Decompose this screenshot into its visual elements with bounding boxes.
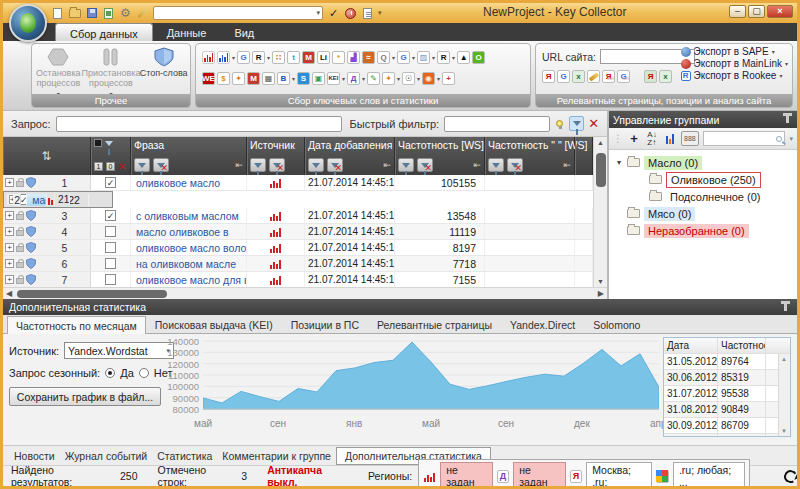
- query-input[interactable]: [56, 116, 342, 132]
- header-checkbox-column[interactable]: 10✕: [91, 137, 131, 175]
- expand-icon[interactable]: +: [5, 227, 14, 236]
- filter-button[interactable]: [398, 158, 414, 172]
- tree-item-4[interactable]: Неразобранное (0): [611, 222, 795, 239]
- mini-table-row[interactable]: 30.06.201285319: [664, 370, 790, 386]
- row-checkbox[interactable]: [105, 274, 116, 285]
- quick-filter-input[interactable]: [444, 116, 550, 132]
- google-suggest-icon[interactable]: G: [397, 51, 410, 64]
- wordstat-bars-icon[interactable]: [202, 51, 215, 64]
- expand-icon[interactable]: +: [5, 178, 14, 187]
- spy-menu-icon[interactable]: ☉: [402, 72, 415, 85]
- header-phrase[interactable]: Фраза ✕ ⇤: [131, 137, 247, 175]
- row-checkbox[interactable]: [105, 242, 116, 253]
- phrase-cell[interactable]: оливковое масло волосы: [131, 240, 247, 255]
- stop-words-button[interactable]: Стоп-слова: [138, 47, 190, 99]
- checkbox-cell[interactable]: [91, 224, 131, 239]
- dock-tab-2[interactable]: Статистика: [152, 448, 217, 464]
- ribbon-tab-1[interactable]: Данные: [153, 23, 221, 41]
- maximize-button[interactable]: ▢: [748, 5, 765, 18]
- excel-export-2-icon[interactable]: x: [659, 70, 672, 83]
- refresh-icon[interactable]: [783, 468, 799, 484]
- phrase-cell[interactable]: на оливковом масле: [131, 256, 247, 271]
- mini-table-row[interactable]: 31.10.201298077: [664, 434, 790, 437]
- ribbon-tab-2[interactable]: Вид: [220, 23, 268, 41]
- gear-orange-icon[interactable]: *: [332, 51, 345, 64]
- google-stats-icon[interactable]: G: [237, 51, 250, 64]
- scrollbar-thumb[interactable]: [17, 290, 167, 298]
- direct-keywords-icon[interactable]: Д: [347, 72, 360, 85]
- rambler-suggest-icon[interactable]: R: [437, 51, 450, 64]
- yandex-pages-icon[interactable]: Я: [542, 70, 555, 83]
- trends-chart-icon[interactable]: ≈: [362, 51, 375, 64]
- red-x-icon[interactable]: ✕: [118, 161, 126, 172]
- yandex-positions-icon[interactable]: Я: [644, 70, 657, 83]
- stats-tab-3[interactable]: Релевантные страницы: [368, 315, 501, 333]
- ribbon-tab-0[interactable]: Сбор данных: [55, 23, 153, 41]
- wand-icon[interactable]: [136, 7, 149, 20]
- like-source-icon[interactable]: ▲: [457, 51, 470, 64]
- table-row[interactable]: +3✓с оливковым маслом21.07.2014 14:45:15…: [3, 208, 593, 224]
- report-icon[interactable]: [361, 7, 374, 20]
- seopult-icon[interactable]: $: [217, 72, 230, 85]
- table-row[interactable]: +7оливковое масло для волос21.07.2014 14…: [3, 272, 593, 287]
- export-link-sape[interactable]: Экспорт в SAPE▾: [681, 46, 788, 57]
- alarm-icon[interactable]: [344, 7, 357, 20]
- pause-processes-button[interactable]: Приостановка процессов▾: [85, 47, 137, 99]
- quick-search-combobox[interactable]: ▾: [153, 6, 323, 20]
- region-badge-1[interactable]: не задан: [513, 462, 566, 489]
- sun-menu-icon[interactable]: ◉: [422, 72, 435, 85]
- expand-icon[interactable]: +: [5, 211, 14, 220]
- dock-tab-3[interactable]: Комментарии к группе: [217, 448, 336, 464]
- stats-tab-4[interactable]: Yandex.Direct: [501, 315, 584, 333]
- bing-keywords-icon[interactable]: B: [277, 72, 290, 85]
- filter-button[interactable]: [250, 158, 266, 172]
- phrase-cell[interactable]: оливковое масло: [131, 175, 247, 190]
- maps-keywords-icon[interactable]: ▣: [312, 72, 325, 85]
- twitter-source-icon[interactable]: t: [287, 51, 300, 64]
- open-project-icon[interactable]: [68, 7, 81, 20]
- liveinternet-source-icon[interactable]: Li: [317, 51, 330, 64]
- sort-count-button[interactable]: [663, 131, 677, 146]
- expander-icon[interactable]: ▾: [615, 158, 623, 167]
- google-kei-icon[interactable]: Gkei: [617, 70, 630, 83]
- stats-tab-2[interactable]: Позиции в ПС: [282, 315, 368, 333]
- pin-icon[interactable]: [784, 304, 787, 311]
- tree-item-0[interactable]: ▾Масло (0): [611, 154, 795, 171]
- phrase-cell[interactable]: масло оливковое в: [131, 224, 247, 239]
- checkbox-cell[interactable]: ✓: [91, 208, 131, 223]
- webeffector-icon[interactable]: WE: [202, 72, 215, 85]
- rambler-stats-icon[interactable]: R: [252, 51, 265, 64]
- region-badge-3[interactable]: .ru; любая; ...: [673, 462, 745, 489]
- phrase-cell[interactable]: с оливковым маслом: [131, 208, 247, 223]
- header-ws-quoted-frequency[interactable]: Частотность " " [WS] ✕ ⇤: [485, 137, 575, 175]
- mail-source-icon[interactable]: M: [302, 51, 315, 64]
- filter-button[interactable]: [134, 158, 150, 172]
- hand-collect-icon[interactable]: ✦: [232, 72, 245, 85]
- target-red-icon[interactable]: +: [442, 72, 455, 85]
- scroll-right-icon[interactable]: ▶: [598, 289, 604, 298]
- table-row[interactable]: +2✓масло для оливковое21.07.2014 14:45:1…: [3, 191, 113, 208]
- checkbox-cell[interactable]: [91, 256, 131, 271]
- expand-icon[interactable]: +: [5, 259, 14, 268]
- table-row[interactable]: +6на оливковом масле21.07.2014 14:45:157…: [3, 256, 593, 272]
- mini-table-row[interactable]: 31.05.201289764: [664, 354, 790, 370]
- wordstat-bars-menu-icon[interactable]: [217, 51, 230, 64]
- phrase-cell[interactable]: масло для оливковое: [27, 194, 47, 206]
- grid-vertical-scrollbar[interactable]: ▲ ▼: [593, 137, 607, 287]
- scroll-up-icon[interactable]: ▲: [597, 139, 604, 146]
- chevron-down-icon[interactable]: ▾: [789, 135, 793, 143]
- scroll-down-icon[interactable]: ▼: [781, 428, 787, 434]
- stop-processes-button[interactable]: Остановка процессов▾: [32, 47, 84, 99]
- header-row-tools[interactable]: ⇅: [3, 137, 91, 175]
- close-button[interactable]: ×: [767, 5, 793, 18]
- app-menu-orb-button[interactable]: [9, 4, 47, 42]
- stats-tab-0[interactable]: Частотность по месяцам: [7, 316, 146, 334]
- clear-filter-button[interactable]: ✕: [586, 116, 601, 131]
- scroll-up-icon[interactable]: ▲: [781, 356, 787, 362]
- select-all-icon[interactable]: [94, 139, 102, 147]
- purple-chart-icon[interactable]: ▟: [347, 51, 360, 64]
- mail-keywords-icon[interactable]: M: [247, 72, 260, 85]
- save-icon[interactable]: [85, 7, 98, 20]
- header-source[interactable]: Источник ✕: [247, 137, 305, 175]
- yandex-kei-icon[interactable]: Яkei: [602, 70, 615, 83]
